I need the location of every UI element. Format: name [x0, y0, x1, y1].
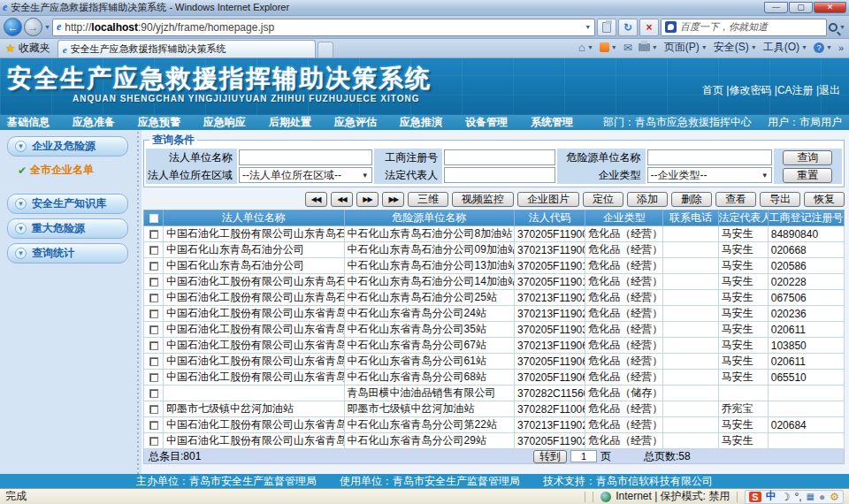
table-row[interactable]: 中国石油化工股份有限公司山东青岛石油分公司中石化山东青岛石油分公司25站3702… [144, 290, 845, 306]
print-button[interactable]: ▼ [639, 43, 658, 51]
minimize-button[interactable]: — [764, 2, 788, 13]
row-checkbox-cell[interactable] [144, 338, 164, 354]
toolbar-button-企业图片[interactable]: 企业图片 [517, 192, 579, 207]
nav-item-6[interactable]: 应急推演 [400, 115, 442, 130]
forward-button[interactable]: → [24, 18, 42, 36]
sidebar-section-0[interactable]: ▼企业及危险源 [7, 136, 128, 157]
header-link-2[interactable]: CA注册 [777, 84, 814, 96]
search-button[interactable]: 查询 [783, 150, 832, 165]
query-select-法人单位所在区域[interactable]: --法人单位所在区域--▼ [239, 167, 372, 183]
refresh-button[interactable]: ↻ [618, 19, 638, 36]
row-checkbox[interactable] [149, 341, 158, 350]
row-checkbox-cell[interactable] [144, 306, 164, 322]
row-checkbox[interactable] [149, 421, 158, 430]
nav-item-5[interactable]: 应急评估 [334, 115, 377, 130]
row-checkbox-cell[interactable] [144, 370, 164, 386]
row-checkbox[interactable] [149, 246, 158, 255]
row-checkbox[interactable] [149, 294, 158, 302]
home-button[interactable]: ⌂▼ [578, 41, 593, 54]
feeds-button[interactable]: ▼ [600, 42, 617, 52]
keyboard-icon[interactable]: ▦ [807, 492, 815, 501]
sogou-logo-icon[interactable]: S [749, 492, 761, 502]
back-button[interactable]: ← [4, 18, 22, 36]
table-row[interactable]: 中国石油化工股份有限公司山东省青岛分公司中石化山东省青岛分公司24站370213… [144, 306, 845, 322]
row-checkbox[interactable] [149, 309, 158, 318]
help-button[interactable]: ?▼ [814, 42, 832, 53]
menu-tools[interactable]: 工具(O)▼ [763, 40, 807, 55]
table-row[interactable]: 中国石油化工股份有限公司山东省青岛分公司中石化山东省青岛分公司68站370205… [144, 370, 845, 386]
favorites-button[interactable]: ★ 收藏夹 [2, 41, 57, 57]
select-all-checkbox[interactable] [144, 210, 164, 226]
query-input-危险源单位名称[interactable] [647, 149, 772, 165]
maximize-button[interactable]: ▢ [789, 2, 813, 13]
table-row[interactable]: 中国石油化工股份有限公司山东省青岛分公司中石化山东省青岛分公司第22站37021… [144, 417, 845, 433]
nav-item-3[interactable]: 应急响应 [203, 115, 246, 130]
next-page-button[interactable]: ▶▶ [356, 192, 379, 207]
history-dropdown-icon[interactable]: ▼ [44, 24, 50, 30]
goto-page-button[interactable]: 转到 [533, 450, 567, 463]
row-checkbox[interactable] [149, 389, 158, 398]
row-checkbox[interactable] [149, 262, 158, 271]
menu-safety[interactable]: 安全(S)▼ [714, 40, 757, 55]
wrench-icon[interactable]: ⚙ [830, 491, 839, 503]
table-row[interactable]: 中国石化山东青岛石油分公司中石化山东青岛石油分公司09加油站370213F119… [144, 242, 845, 258]
query-select-企业类型[interactable]: --企业类型--▼ [647, 167, 772, 183]
column-header-3[interactable]: 企业类型 [585, 210, 663, 226]
page-number-input[interactable] [570, 450, 597, 462]
table-row[interactable]: 中国石油化工股份有限公司山东青岛石油分公司中石化山东青岛石油分公司8加油站370… [144, 226, 845, 242]
column-header-4[interactable]: 联系电话 [663, 210, 718, 226]
close-button[interactable]: ✕ [814, 2, 846, 13]
row-checkbox-cell[interactable] [144, 386, 164, 401]
table-row[interactable]: 中国石化山东青岛石油分公司中石化山东青岛石油分公司13加油站370205F119… [144, 258, 845, 274]
fullwidth-moon-icon[interactable]: ☽ [781, 491, 791, 503]
sidebar-item-全市企业名单[interactable]: ✔全市企业名单 [7, 161, 128, 190]
toolbar-button-视频监控[interactable]: 视频监控 [452, 192, 514, 207]
toolbar-button-恢复[interactable]: 恢复 [804, 192, 845, 207]
column-header-5[interactable]: 法定代表人 [718, 210, 768, 226]
tab-active[interactable]: e 安全生产应急救援指挥辅助决策系统 [57, 40, 316, 57]
row-checkbox-cell[interactable] [144, 242, 164, 258]
search-input[interactable]: 百度一下，你就知道 [661, 19, 827, 36]
last-page-button[interactable]: |▶▶ [382, 192, 404, 207]
query-input-法定代表人[interactable] [444, 167, 555, 183]
row-checkbox-cell[interactable] [144, 417, 164, 433]
row-checkbox-cell[interactable] [144, 322, 164, 338]
header-link-3[interactable]: 退出 [819, 84, 840, 96]
sidebar-splitter[interactable] [134, 130, 142, 474]
table-row[interactable]: 中国石油化工股份有限公司山东青岛石油分公司中石化山东青岛石油分公司14加油站37… [144, 274, 845, 290]
row-checkbox[interactable] [149, 325, 158, 334]
compatibility-view-button[interactable] [597, 19, 616, 36]
toolbar-button-添加[interactable]: 添加 [627, 192, 668, 207]
table-row[interactable]: 中国石油化工股份有限公司山东省青岛分公司中石化山东省青岛分公司29站370205… [144, 433, 845, 449]
query-input-工商注册号[interactable] [444, 149, 555, 165]
row-checkbox[interactable] [149, 230, 158, 239]
row-checkbox[interactable] [149, 405, 158, 414]
nav-item-1[interactable]: 应急准备 [73, 115, 115, 130]
table-row[interactable]: 中国石油化工股份有限公司山东省青岛分公司中石化山东省青岛分公司61站370205… [144, 354, 845, 370]
sidebar-section-2[interactable]: ▼重大危险源 [7, 218, 128, 239]
toolbar-button-定位[interactable]: 定位 [583, 192, 623, 207]
table-row[interactable]: 青岛田横中油油品销售有限公司370282C115602危化品（储存） [144, 386, 845, 401]
search-dropdown-icon[interactable]: ▼ [839, 24, 845, 30]
row-checkbox-cell[interactable] [144, 290, 164, 306]
header-link-1[interactable]: 修改密码 [729, 84, 771, 96]
url-field[interactable]: e http://localhost:90/yjzh/frame/homepag… [52, 19, 595, 36]
row-checkbox[interactable] [149, 357, 158, 366]
row-checkbox-cell[interactable] [144, 354, 164, 370]
row-checkbox-cell[interactable] [144, 401, 164, 417]
new-tab-stub[interactable] [317, 42, 333, 57]
prev-page-button[interactable]: ◀◀ [331, 192, 353, 207]
sidebar-section-1[interactable]: ▼安全生产知识库 [7, 194, 128, 214]
url-dropdown-icon[interactable]: ▼ [585, 24, 591, 30]
nav-item-8[interactable]: 系统管理 [531, 115, 573, 130]
nav-item-4[interactable]: 后期处置 [269, 115, 311, 130]
reset-button[interactable]: 重置 [783, 168, 832, 183]
search-icon[interactable] [829, 23, 838, 32]
query-input-法人单位名称[interactable] [239, 149, 372, 165]
sidebar-section-3[interactable]: ▼查询统计 [7, 243, 128, 263]
chinese-mode-icon[interactable]: 中 [766, 489, 776, 504]
row-checkbox[interactable] [149, 437, 158, 446]
nav-item-7[interactable]: 设备管理 [465, 115, 508, 130]
table-row[interactable]: 中国石油化工股份有限公司山东省青岛分公司中石化山东省青岛分公司67站370213… [144, 338, 845, 354]
overflow-chevron-icon[interactable]: » [838, 42, 844, 53]
